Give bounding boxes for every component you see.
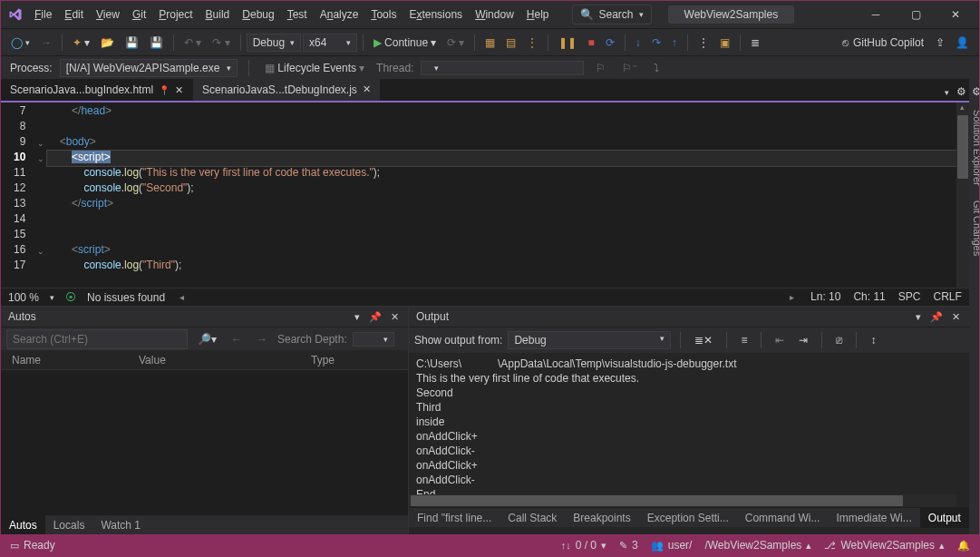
output-tab[interactable]: Command Wi... — [737, 508, 829, 528]
pause-button[interactable]: ❚❚ — [554, 33, 581, 53]
stop-button[interactable]: ■ — [583, 33, 598, 53]
step-over-button[interactable]: ↷ — [647, 33, 665, 53]
editor-vertical-scrollbar[interactable]: ▴ — [956, 103, 969, 288]
side-tab-git-changes[interactable]: Git Changes — [969, 193, 979, 263]
tab-chevron-icon[interactable]: ▾ — [940, 84, 954, 101]
issue-prev-icon[interactable]: ◂ — [176, 290, 188, 304]
account-button[interactable]: 👤 — [951, 33, 974, 53]
process-dropdown[interactable]: [N/A] WebView2APISample.exe▾ — [60, 59, 238, 77]
output-tool-icon[interactable]: ⎚ — [831, 330, 847, 350]
pin-icon[interactable]: 📌 — [928, 309, 945, 325]
issue-next-icon[interactable]: ▸ — [786, 290, 798, 304]
col-value[interactable]: Value — [133, 350, 306, 369]
tool-icon-6[interactable]: ≣ — [746, 33, 764, 53]
status-edits[interactable]: ✎ 3 — [619, 539, 638, 552]
menu-test[interactable]: Test — [281, 5, 314, 24]
search-submit-icon[interactable]: 🔎▾ — [193, 329, 221, 349]
indent-mode[interactable]: SPC — [898, 290, 921, 304]
platform-dropdown[interactable]: x64▾ — [303, 34, 357, 52]
step-into-button[interactable]: ↓ — [631, 33, 645, 53]
search-back-icon[interactable]: ← — [227, 329, 247, 349]
menu-build[interactable]: Build — [199, 5, 237, 24]
tool-icon-4[interactable]: ⋮ — [694, 33, 713, 53]
project-title[interactable]: WebView2Samples — [668, 5, 795, 24]
output-from-dropdown[interactable]: Debug▾ — [508, 331, 671, 349]
editor-tab[interactable]: ScenarioJava...bugIndex.html📍✕ — [1, 79, 192, 101]
minimize-button[interactable]: ─ — [858, 2, 894, 27]
new-item-button[interactable]: ✦ ▾ — [68, 33, 94, 53]
tab-close-icon[interactable]: ✕ — [175, 84, 183, 96]
pin-icon[interactable]: 📌 — [367, 309, 383, 325]
undo-button[interactable]: ↶ ▾ — [180, 33, 206, 53]
code-editor[interactable]: 7891011121314151617 ⌄⌄⌄ </head> <body> <… — [1, 103, 969, 288]
output-tab[interactable]: Exception Setti... — [639, 508, 737, 528]
toggle-wrap-icon[interactable]: ≡ — [736, 330, 752, 350]
lifecycle-button[interactable]: ▦ Lifecycle Events ▾ — [260, 58, 369, 78]
zoom-level[interactable]: 100 % — [8, 291, 39, 304]
indent-off-icon[interactable]: ⇤ — [771, 330, 789, 350]
menu-tools[interactable]: Tools — [364, 5, 403, 24]
status-bell-icon[interactable]: 🔔 — [957, 539, 970, 552]
close-icon[interactable]: ✕ — [389, 309, 401, 325]
open-button[interactable]: 📂 — [96, 33, 119, 53]
tool-icon-3[interactable]: ⋮ — [522, 33, 542, 53]
share-button[interactable]: ⇪ — [931, 33, 949, 53]
side-gear-icon[interactable]: ⚙ — [969, 83, 979, 101]
save-button[interactable]: 💾 — [121, 33, 143, 53]
search-box[interactable]: 🔍 Search ▾ — [572, 5, 652, 24]
status-repo2[interactable]: ⎇ WebView2Samples ▴ — [824, 539, 945, 552]
restart-button[interactable]: ⟳ — [601, 33, 619, 53]
menu-view[interactable]: View — [90, 5, 126, 24]
github-copilot-button[interactable]: ⎋ GitHub Copilot — [837, 34, 929, 52]
col-name[interactable]: Name — [6, 350, 133, 369]
output-tool2-icon[interactable]: ↕ — [866, 330, 880, 350]
flag-button[interactable]: ⚐ — [591, 58, 610, 78]
save-all-button[interactable]: 💾 — [145, 33, 168, 53]
menu-project[interactable]: Project — [152, 5, 199, 24]
tool-icon-1[interactable]: ▦ — [480, 33, 500, 53]
maximize-button[interactable]: ▢ — [898, 2, 934, 27]
menu-analyze[interactable]: Analyze — [314, 5, 365, 24]
clear-output-icon[interactable]: ≣✕ — [690, 330, 717, 350]
autos-search-input[interactable] — [6, 329, 188, 349]
menu-help[interactable]: Help — [520, 5, 556, 24]
line-ending[interactable]: CRLF — [933, 290, 961, 304]
status-repo1[interactable]: /WebView2Samples ▴ — [704, 539, 811, 552]
tab-close-icon[interactable]: ✕ — [363, 83, 371, 95]
close-icon[interactable]: ✕ — [950, 309, 962, 325]
search-fwd-icon[interactable]: → — [252, 329, 272, 349]
nav-back-button[interactable]: ◯ ▾ — [6, 33, 34, 53]
menu-extensions[interactable]: Extensions — [403, 5, 469, 24]
fold-column[interactable]: ⌄⌄⌄ — [34, 103, 47, 288]
menu-debug[interactable]: Debug — [236, 5, 280, 24]
menu-edit[interactable]: Edit — [58, 5, 90, 24]
tool-icon-5[interactable]: ▣ — [715, 33, 734, 53]
close-button[interactable]: ✕ — [937, 2, 974, 27]
continue-button[interactable]: ▶ Continue ▾ — [369, 33, 441, 53]
output-text[interactable]: C:\Users\ \AppData\Local\Temp\visualstud… — [409, 353, 969, 494]
output-tab[interactable]: Call Stack — [500, 508, 565, 528]
tab-gear-icon[interactable]: ⚙ — [954, 83, 969, 101]
dropdown-icon[interactable]: ▾ — [353, 309, 362, 325]
editor-tab[interactable]: ScenarioJavaS...tDebugIndex.js✕ — [193, 79, 380, 101]
side-tab-solution-explorer[interactable]: Solution Explorer — [969, 103, 979, 193]
status-user[interactable]: 👥 user/ — [651, 539, 693, 552]
tool-icon-2[interactable]: ▤ — [501, 33, 520, 53]
output-tab[interactable]: Immediate Wi... — [828, 508, 919, 528]
debug-target-button[interactable]: ⟳ ▾ — [442, 33, 469, 53]
menu-window[interactable]: Window — [469, 5, 520, 24]
output-tab[interactable]: Breakpoints — [565, 508, 638, 528]
stack-frame-button[interactable]: ⤵ — [649, 58, 664, 78]
autos-tab-autos[interactable]: Autos — [1, 515, 45, 535]
scroll-thumb[interactable] — [957, 115, 968, 179]
depth-dropdown[interactable]: ▾ — [353, 332, 394, 347]
step-out-button[interactable]: ↑ — [667, 33, 682, 53]
indent-on-icon[interactable]: ⇥ — [794, 330, 812, 350]
h-scroll-thumb[interactable] — [411, 495, 903, 506]
flag2-button[interactable]: ⚐⁻ — [617, 58, 642, 78]
output-tab[interactable]: Output — [920, 508, 969, 528]
autos-tab-watch-1[interactable]: Watch 1 — [92, 515, 149, 535]
thread-dropdown[interactable]: ▾ — [421, 61, 584, 75]
menu-file[interactable]: File — [28, 5, 58, 24]
dropdown-icon[interactable]: ▾ — [914, 309, 923, 325]
